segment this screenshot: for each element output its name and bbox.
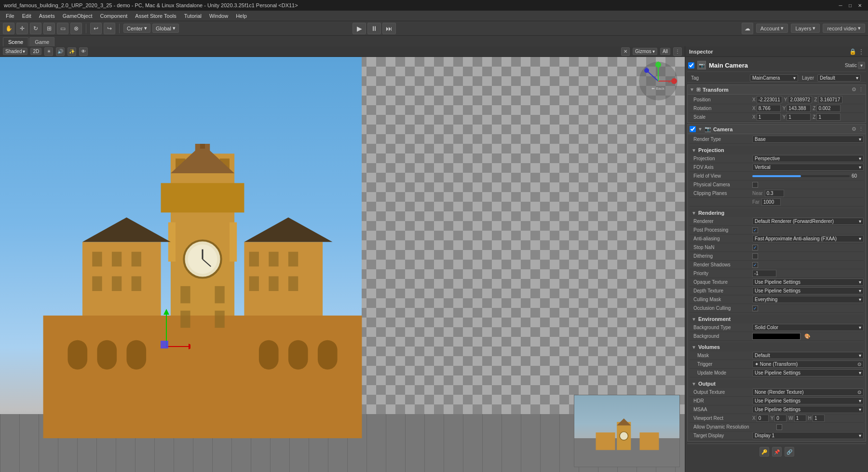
static-dropdown[interactable]: ▾ bbox=[858, 62, 865, 69]
clipping-near-value[interactable]: 0.3 bbox=[765, 190, 784, 197]
rendering-section-header[interactable]: ▼ Rendering bbox=[690, 208, 864, 217]
close-button[interactable]: ✕ bbox=[855, 1, 864, 10]
position-z[interactable]: 3.160717 bbox=[818, 96, 842, 103]
viewport-close-button[interactable]: ✕ bbox=[621, 47, 630, 56]
viewport-options-button[interactable]: ⋮ bbox=[673, 47, 682, 56]
priority-value[interactable]: -1 bbox=[752, 270, 776, 277]
hand-tool-button[interactable]: ✋ bbox=[3, 23, 14, 34]
projection-dropdown[interactable]: Perspective ▾ bbox=[752, 155, 864, 162]
culling-mask-dropdown[interactable]: Everything ▾ bbox=[752, 296, 864, 303]
layer-dropdown[interactable]: Default ▾ bbox=[817, 74, 861, 82]
transform-header[interactable]: ▼ ⊞ Transform ⚙ ⋮ bbox=[687, 84, 866, 95]
menu-assetstore[interactable]: Asset Store Tools bbox=[131, 12, 180, 20]
rotation-z[interactable]: 0.002 bbox=[816, 105, 841, 112]
scale-x[interactable]: 1 bbox=[757, 113, 781, 121]
output-section-header[interactable]: ▼ Output bbox=[690, 379, 864, 388]
fov-value[interactable]: 60 bbox=[852, 173, 864, 179]
menu-assets[interactable]: Assets bbox=[35, 12, 59, 20]
scale-tool-button[interactable]: ⊞ bbox=[43, 23, 55, 34]
object-active-checkbox[interactable] bbox=[688, 62, 694, 69]
undo-button[interactable]: ↩ bbox=[90, 23, 102, 34]
target-display-dropdown[interactable]: Display 1 ▾ bbox=[752, 432, 864, 439]
position-y[interactable]: 2.038972 bbox=[788, 96, 812, 103]
inspector-lock-icon[interactable]: 🔒 bbox=[849, 48, 856, 55]
menu-file[interactable]: File bbox=[2, 12, 18, 20]
inspector-menu-icon[interactable]: ⋮ bbox=[858, 48, 864, 55]
transform-tool-button[interactable]: ⊗ bbox=[70, 23, 82, 34]
add-component-icon[interactable]: 🔑 bbox=[760, 447, 769, 457]
camera-more-icon[interactable]: ⋮ bbox=[858, 126, 864, 132]
depth-texture-dropdown[interactable]: Use Pipeline Settings ▾ bbox=[752, 287, 864, 294]
lighting-toggle[interactable]: ☀ bbox=[44, 47, 53, 56]
vp-w[interactable]: 1 bbox=[794, 415, 806, 422]
clipping-far-value[interactable]: 1000 bbox=[761, 198, 781, 206]
menu-component[interactable]: Component bbox=[96, 12, 131, 20]
inspector-bottom-icon3[interactable]: 🔗 bbox=[785, 447, 794, 457]
layers-dropdown[interactable]: Layers ▾ bbox=[791, 24, 820, 33]
transform-settings-icon[interactable]: ⚙ bbox=[852, 86, 856, 93]
renderer-dropdown[interactable]: Default Renderer (ForwardRenderer) ▾ bbox=[752, 218, 864, 225]
2d-toggle[interactable]: 2D bbox=[30, 48, 41, 55]
effects-toggle[interactable]: ✨ bbox=[68, 47, 76, 56]
mask-dropdown[interactable]: Default ▾ bbox=[752, 352, 864, 359]
color-picker-icon[interactable]: 🎨 bbox=[804, 333, 810, 339]
rect-tool-button[interactable]: ▭ bbox=[57, 23, 68, 34]
scene-visibility-toggle[interactable]: 👁 bbox=[79, 47, 88, 56]
minimize-button[interactable]: ─ bbox=[836, 1, 845, 10]
background-type-dropdown[interactable]: Solid Color ▾ bbox=[752, 324, 864, 331]
camera-settings-icon[interactable]: ⚙ bbox=[852, 126, 856, 132]
menu-gameobject[interactable]: GameObject bbox=[59, 12, 96, 20]
render-shadows-checkbox[interactable] bbox=[752, 262, 758, 268]
post-processing-checkbox[interactable] bbox=[752, 227, 758, 233]
inspector-content[interactable]: 📷 Main Camera Static ▾ Tag MainCamera ▾ … bbox=[685, 57, 868, 472]
cloud-icon[interactable]: ☁ bbox=[742, 23, 753, 34]
anti-aliasing-dropdown[interactable]: Fast Approximate Anti-aliasing (FXAA) ▾ bbox=[752, 235, 864, 242]
output-texture-dropdown[interactable]: None (Render Texture) ⊙ bbox=[752, 389, 864, 396]
step-button[interactable]: ⏭ bbox=[382, 23, 396, 34]
menu-edit[interactable]: Edit bbox=[18, 12, 35, 20]
dithering-checkbox[interactable] bbox=[752, 253, 758, 259]
account-dropdown[interactable]: Account ▾ bbox=[756, 24, 788, 33]
environment-section-header[interactable]: ▼ Environment bbox=[690, 315, 864, 323]
all-dropdown[interactable]: All bbox=[660, 48, 670, 55]
occlusion-culling-checkbox[interactable] bbox=[752, 305, 758, 311]
shading-mode-dropdown[interactable]: Shaded ▾ bbox=[3, 48, 27, 55]
volumes-section-header[interactable]: ▼ Volumes bbox=[690, 343, 864, 351]
rotation-y[interactable]: 143.388 bbox=[787, 105, 811, 112]
rotation-x[interactable]: 8.766 bbox=[757, 105, 781, 112]
camera-enabled-checkbox[interactable] bbox=[690, 126, 696, 132]
rotate-tool-button[interactable]: ↻ bbox=[30, 23, 41, 34]
vp-h[interactable]: 1 bbox=[813, 415, 825, 422]
menu-window[interactable]: Window bbox=[205, 12, 232, 20]
camera-header[interactable]: ▼ 📷 Camera ⚙ ⋮ bbox=[687, 124, 866, 134]
vp-y[interactable]: 0 bbox=[774, 415, 787, 422]
scene-gizmo[interactable]: X Z Y ⬅ Back bbox=[638, 61, 679, 102]
projection-section-header[interactable]: ▼ Projection bbox=[690, 146, 864, 154]
gizmos-dropdown[interactable]: Gizmos ▾ bbox=[633, 48, 657, 55]
update-mode-dropdown[interactable]: Use Pipeline Settings ▾ bbox=[752, 369, 864, 376]
scale-z[interactable]: 1 bbox=[816, 113, 841, 121]
trigger-dropdown[interactable]: ✦ None (Transform) ⊙ bbox=[752, 361, 864, 368]
redo-button[interactable]: ↪ bbox=[104, 23, 115, 34]
fov-axis-dropdown[interactable]: Vertical ▾ bbox=[752, 164, 864, 171]
render-type-dropdown[interactable]: Base ▾ bbox=[752, 136, 864, 143]
vp-x[interactable]: 0 bbox=[757, 415, 769, 422]
transform-more-icon[interactable]: ⋮ bbox=[858, 86, 864, 93]
tag-dropdown[interactable]: MainCamera ▾ bbox=[750, 74, 798, 82]
space-mode-toggle[interactable]: Global ▾ bbox=[152, 24, 179, 33]
inspector-bottom-icon2[interactable]: 📌 bbox=[772, 447, 782, 457]
maximize-button[interactable]: □ bbox=[846, 1, 854, 10]
physical-camera-checkbox[interactable] bbox=[752, 182, 758, 188]
stop-nan-checkbox[interactable] bbox=[752, 245, 758, 250]
record-video-button[interactable]: record video ▾ bbox=[823, 24, 865, 33]
menu-help[interactable]: Help bbox=[232, 12, 251, 20]
move-tool-button[interactable]: ✛ bbox=[16, 23, 28, 34]
tab-scene[interactable]: Scene bbox=[3, 37, 28, 46]
pivot-mode-toggle[interactable]: Center ▾ bbox=[123, 24, 150, 33]
position-x[interactable]: -2.223011 bbox=[757, 96, 782, 103]
fov-slider[interactable] bbox=[752, 175, 850, 177]
audio-toggle[interactable]: 🔊 bbox=[56, 47, 65, 56]
scale-y[interactable]: 1 bbox=[787, 113, 811, 121]
hdr-dropdown[interactable]: Use Pipeline Settings ▾ bbox=[752, 397, 864, 404]
background-color-swatch[interactable] bbox=[752, 333, 800, 340]
